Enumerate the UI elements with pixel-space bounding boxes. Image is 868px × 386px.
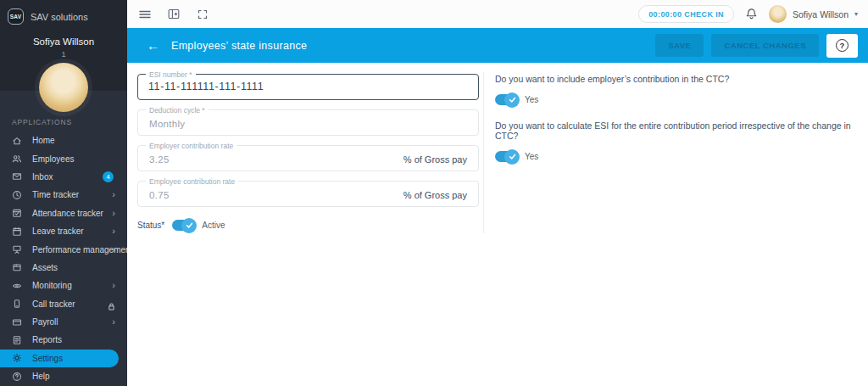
sidebar-item-help[interactable]: Help (0, 367, 127, 385)
sidebar-nav: Home Employees Inbox 4 Time tracker (0, 131, 127, 385)
sidebar-item-label: Monitoring (32, 281, 72, 290)
sidebar-item-call-tracker[interactable]: Call tracker (0, 295, 127, 313)
help-button[interactable]: ? (826, 34, 858, 58)
sidebar-item-home[interactable]: Home (0, 131, 127, 149)
sidebar-item-label: Settings (32, 354, 63, 363)
chevron-down-icon: ▾ (854, 10, 858, 18)
include-ctc-toggle[interactable] (495, 94, 517, 105)
sidebar-item-label: Home (32, 136, 55, 145)
chevron-right-icon: › (112, 281, 115, 290)
employee-contribution-rate-field: Employee contribution rate 0.75 % of Gro… (137, 181, 479, 207)
user-menu[interactable]: Sofiya Willson ▾ (769, 5, 858, 23)
sidebar-item-inbox[interactable]: Inbox 4 (0, 168, 127, 186)
toggle-check-icon (181, 218, 197, 233)
topbar-avatar (769, 5, 787, 23)
sidebar-item-label: Performance management (32, 245, 132, 255)
report-icon (12, 335, 22, 345)
clock-icon (12, 190, 22, 200)
gear-icon (12, 353, 22, 363)
employer-rate-value: 3.25 (149, 154, 170, 165)
eye-icon (12, 281, 22, 291)
inbox-icon (12, 171, 22, 182)
notifications-bell-icon[interactable] (745, 8, 758, 20)
lock-icon (107, 299, 116, 309)
esi-number-input[interactable] (148, 75, 428, 98)
question-calculate-esi-answer-row: Yes (495, 151, 860, 162)
sidebar-item-reports[interactable]: Reports (0, 331, 127, 349)
sidebar-item-label: Reports (32, 335, 62, 344)
brand[interactable]: SAV SAV solutions (0, 0, 127, 25)
question-calculate-esi: Do you want to calculate ESI for the ent… (495, 120, 860, 141)
inbox-badge: 4 (103, 171, 114, 182)
brand-logo-icon: SAV (8, 8, 24, 25)
status-label: Status* (137, 221, 164, 230)
employer-rate-suffix: % of Gross pay (403, 154, 467, 165)
employer-rate-label: Employer contribution rate (146, 142, 236, 150)
status-toggle[interactable] (172, 220, 194, 231)
main-content: ESI number * Deduction cycle * Monthly E… (127, 63, 868, 386)
calculate-esi-toggle[interactable] (495, 151, 517, 162)
phone-icon (12, 299, 22, 309)
sidebar-item-label: Call tracker (32, 299, 75, 309)
sidebar-item-payroll[interactable]: Payroll › (0, 313, 127, 331)
sidebar-item-label: Leave tracker (32, 227, 84, 236)
calendar-icon (12, 227, 22, 237)
sidebar-item-attendance-tracker[interactable]: Attendance tracker › (0, 204, 127, 222)
app-root: SAV SAV solutions Sofiya Willson 1 APPLI… (0, 0, 868, 386)
sidebar-item-label: Inbox (32, 172, 53, 182)
page-header: ← Employees’ state insurance SAVE CANCEL… (127, 28, 868, 63)
toggle-check-icon (504, 92, 520, 108)
assets-icon (12, 262, 22, 272)
chevron-right-icon: › (112, 209, 115, 218)
sidebar-item-time-tracker[interactable]: Time tracker › (0, 186, 127, 204)
employee-rate-suffix: % of Gross pay (403, 190, 467, 200)
sidebar-item-label: Help (32, 372, 50, 381)
employee-rate-label: Employee contribution rate (146, 177, 238, 186)
check-in-button[interactable]: 00:00:00 CHECK IN (638, 5, 734, 23)
toggle-check-icon (504, 149, 520, 165)
back-arrow-icon[interactable]: ← (147, 39, 159, 52)
sidebar-item-monitoring[interactable]: Monitoring › (0, 277, 127, 294)
calculate-esi-answer: Yes (525, 152, 538, 161)
hamburger-menu-icon[interactable] (137, 7, 153, 22)
sidebar: SAV SAV solutions Sofiya Willson 1 APPLI… (0, 0, 127, 386)
deduction-cycle-label: Deduction cycle * (146, 106, 209, 115)
sidebar-item-employees[interactable]: Employees (0, 149, 127, 167)
employee-rate-value: 0.75 (149, 190, 170, 200)
status-value: Active (202, 221, 225, 230)
esi-form: ESI number * Deduction cycle * Monthly E… (137, 74, 479, 231)
chevron-right-icon: › (112, 227, 115, 236)
deduction-cycle-value: Monthly (149, 119, 185, 129)
chevron-right-icon: › (112, 190, 115, 199)
sidebar-item-label: Payroll (32, 317, 58, 327)
brand-name: SAV solutions (31, 12, 88, 22)
sidebar-item-label: Assets (32, 263, 58, 272)
fullscreen-icon[interactable] (195, 7, 210, 22)
sidebar-user-count: 1 (0, 50, 127, 59)
sidebar-item-leave-tracker[interactable]: Leave tracker › (0, 222, 127, 240)
sidebar-item-performance-management[interactable]: Performance management › (0, 240, 127, 258)
sidebar-item-assets[interactable]: Assets (0, 259, 127, 277)
chevron-right-icon: › (112, 317, 115, 327)
attendance-icon (12, 208, 22, 218)
topbar-user-name: Sofiya Willson (793, 9, 849, 20)
sidebar-item-label: Employees (32, 154, 74, 164)
sidebar-item-label: Time tracker (32, 190, 79, 199)
collapse-sidebar-icon[interactable] (166, 7, 181, 22)
question-include-ctc: Do you want to include employer’s contri… (495, 74, 860, 84)
page-title: Employees’ state insurance (171, 40, 307, 52)
question-include-ctc-answer-row: Yes (495, 94, 860, 105)
esi-number-field[interactable]: ESI number * (137, 74, 479, 100)
card-icon (12, 317, 22, 327)
include-ctc-answer: Yes (525, 95, 538, 104)
sidebar-user-name: Sofiya Willson (0, 36, 127, 47)
help-circle-icon: ? (836, 39, 849, 52)
user-avatar[interactable] (39, 63, 88, 112)
cancel-changes-button[interactable]: CANCEL CHANGES (711, 34, 819, 57)
save-button[interactable]: SAVE (655, 34, 704, 57)
status-row: Status* Active (137, 220, 479, 231)
sidebar-item-label: Attendance tracker (32, 209, 103, 218)
topbar: 00:00:00 CHECK IN Sofiya Willson ▾ (127, 0, 868, 28)
sidebar-item-settings[interactable]: Settings (0, 350, 119, 367)
performance-icon (12, 244, 22, 255)
